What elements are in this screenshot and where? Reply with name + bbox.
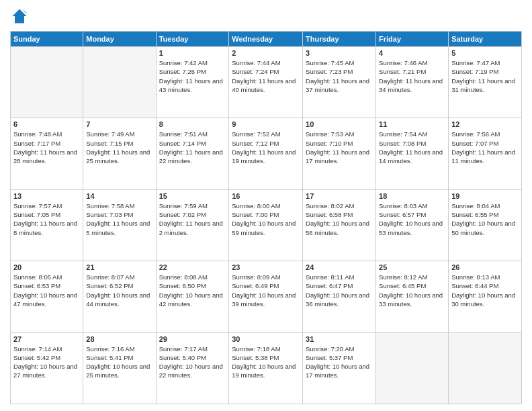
calendar-cell: 19Sunrise: 8:04 AM Sunset: 6:55 PM Dayli…	[449, 189, 522, 261]
day-info: Sunrise: 7:20 AM Sunset: 5:37 PM Dayligh…	[306, 345, 373, 380]
day-info: Sunrise: 7:48 AM Sunset: 7:17 PM Dayligh…	[13, 130, 80, 165]
calendar-cell: 10Sunrise: 7:53 AM Sunset: 7:10 PM Dayli…	[303, 118, 376, 189]
day-number: 12	[451, 120, 519, 128]
day-info: Sunrise: 7:56 AM Sunset: 7:07 PM Dayligh…	[451, 130, 519, 165]
day-info: Sunrise: 8:05 AM Sunset: 6:53 PM Dayligh…	[13, 273, 80, 308]
day-number: 31	[306, 335, 373, 343]
week-row-5: 27Sunrise: 7:14 AM Sunset: 5:42 PM Dayli…	[11, 332, 522, 404]
day-info: Sunrise: 7:51 AM Sunset: 7:14 PM Dayligh…	[159, 130, 226, 165]
day-info: Sunrise: 8:13 AM Sunset: 6:44 PM Dayligh…	[451, 273, 519, 308]
day-number: 20	[13, 263, 80, 271]
day-info: Sunrise: 7:42 AM Sunset: 7:26 PM Dayligh…	[159, 58, 226, 94]
col-header-thursday: Thursday	[303, 32, 376, 47]
day-number: 6	[13, 120, 80, 128]
day-number: 7	[86, 120, 152, 128]
day-info: Sunrise: 8:09 AM Sunset: 6:49 PM Dayligh…	[232, 273, 300, 308]
calendar-cell: 3Sunrise: 7:45 AM Sunset: 7:23 PM Daylig…	[303, 47, 376, 118]
col-header-sunday: Sunday	[11, 32, 83, 47]
day-number: 18	[379, 192, 445, 200]
calendar-cell	[449, 332, 522, 404]
day-info: Sunrise: 7:49 AM Sunset: 7:15 PM Dayligh…	[86, 130, 152, 165]
day-info: Sunrise: 7:14 AM Sunset: 5:42 PM Dayligh…	[13, 345, 80, 380]
day-number: 24	[306, 263, 373, 271]
day-number: 16	[232, 192, 300, 200]
day-info: Sunrise: 8:04 AM Sunset: 6:55 PM Dayligh…	[451, 201, 519, 237]
col-header-wednesday: Wednesday	[229, 32, 303, 47]
day-info: Sunrise: 8:02 AM Sunset: 6:58 PM Dayligh…	[306, 201, 373, 237]
week-row-3: 13Sunrise: 7:57 AM Sunset: 7:05 PM Dayli…	[11, 189, 522, 261]
logo	[10, 7, 32, 26]
calendar-cell: 18Sunrise: 8:03 AM Sunset: 6:57 PM Dayli…	[376, 189, 449, 261]
calendar-cell: 4Sunrise: 7:46 AM Sunset: 7:21 PM Daylig…	[376, 47, 449, 118]
day-number: 9	[232, 120, 300, 128]
day-info: Sunrise: 8:12 AM Sunset: 6:45 PM Dayligh…	[379, 273, 445, 308]
day-number: 5	[451, 49, 519, 57]
calendar-cell: 2Sunrise: 7:44 AM Sunset: 7:24 PM Daylig…	[229, 47, 303, 118]
col-header-friday: Friday	[376, 32, 449, 47]
calendar-cell: 22Sunrise: 8:08 AM Sunset: 6:50 PM Dayli…	[156, 261, 229, 332]
day-info: Sunrise: 7:47 AM Sunset: 7:19 PM Dayligh…	[451, 58, 519, 94]
day-info: Sunrise: 8:07 AM Sunset: 6:52 PM Dayligh…	[86, 273, 152, 308]
day-number: 21	[86, 263, 152, 271]
week-row-4: 20Sunrise: 8:05 AM Sunset: 6:53 PM Dayli…	[11, 261, 522, 332]
day-info: Sunrise: 7:58 AM Sunset: 7:03 PM Dayligh…	[86, 201, 152, 237]
logo-icon	[10, 7, 29, 26]
day-info: Sunrise: 7:46 AM Sunset: 7:21 PM Dayligh…	[379, 58, 445, 94]
calendar-cell: 14Sunrise: 7:58 AM Sunset: 7:03 PM Dayli…	[83, 189, 156, 261]
day-number: 22	[159, 263, 226, 271]
day-number: 23	[232, 263, 300, 271]
day-number: 17	[306, 192, 373, 200]
day-info: Sunrise: 7:52 AM Sunset: 7:12 PM Dayligh…	[232, 130, 300, 165]
calendar-cell: 8Sunrise: 7:51 AM Sunset: 7:14 PM Daylig…	[156, 118, 229, 189]
day-number: 3	[306, 49, 373, 57]
day-number: 15	[159, 192, 226, 200]
calendar-cell: 21Sunrise: 8:07 AM Sunset: 6:52 PM Dayli…	[83, 261, 156, 332]
calendar-cell	[11, 47, 83, 118]
day-info: Sunrise: 8:00 AM Sunset: 7:00 PM Dayligh…	[232, 201, 300, 237]
calendar-cell: 16Sunrise: 8:00 AM Sunset: 7:00 PM Dayli…	[229, 189, 303, 261]
calendar-cell: 27Sunrise: 7:14 AM Sunset: 5:42 PM Dayli…	[11, 332, 83, 404]
day-number: 8	[159, 120, 226, 128]
day-number: 28	[86, 335, 152, 343]
calendar-cell: 13Sunrise: 7:57 AM Sunset: 7:05 PM Dayli…	[11, 189, 83, 261]
calendar: SundayMondayTuesdayWednesdayThursdayFrid…	[10, 31, 522, 404]
day-info: Sunrise: 7:44 AM Sunset: 7:24 PM Dayligh…	[232, 58, 300, 94]
calendar-cell: 15Sunrise: 7:59 AM Sunset: 7:02 PM Dayli…	[156, 189, 229, 261]
day-number: 10	[306, 120, 373, 128]
calendar-cell: 24Sunrise: 8:11 AM Sunset: 6:47 PM Dayli…	[303, 261, 376, 332]
calendar-header-row: SundayMondayTuesdayWednesdayThursdayFrid…	[11, 32, 522, 47]
col-header-saturday: Saturday	[449, 32, 522, 47]
col-header-monday: Monday	[83, 32, 156, 47]
calendar-cell: 5Sunrise: 7:47 AM Sunset: 7:19 PM Daylig…	[449, 47, 522, 118]
day-info: Sunrise: 8:08 AM Sunset: 6:50 PM Dayligh…	[159, 273, 226, 308]
day-number: 26	[451, 263, 519, 271]
day-number: 25	[379, 263, 445, 271]
day-number: 29	[159, 335, 226, 343]
day-info: Sunrise: 7:53 AM Sunset: 7:10 PM Dayligh…	[306, 130, 373, 165]
day-info: Sunrise: 7:17 AM Sunset: 5:40 PM Dayligh…	[159, 345, 226, 380]
day-info: Sunrise: 7:57 AM Sunset: 7:05 PM Dayligh…	[13, 201, 80, 237]
week-row-2: 6Sunrise: 7:48 AM Sunset: 7:17 PM Daylig…	[11, 118, 522, 189]
calendar-cell: 29Sunrise: 7:17 AM Sunset: 5:40 PM Dayli…	[156, 332, 229, 404]
calendar-cell: 1Sunrise: 7:42 AM Sunset: 7:26 PM Daylig…	[156, 47, 229, 118]
day-info: Sunrise: 7:54 AM Sunset: 7:08 PM Dayligh…	[379, 130, 445, 165]
calendar-cell: 31Sunrise: 7:20 AM Sunset: 5:37 PM Dayli…	[303, 332, 376, 404]
day-number: 19	[451, 192, 519, 200]
calendar-cell: 25Sunrise: 8:12 AM Sunset: 6:45 PM Dayli…	[376, 261, 449, 332]
calendar-cell: 30Sunrise: 7:18 AM Sunset: 5:38 PM Dayli…	[229, 332, 303, 404]
calendar-cell: 17Sunrise: 8:02 AM Sunset: 6:58 PM Dayli…	[303, 189, 376, 261]
day-number: 1	[159, 49, 226, 57]
calendar-cell: 28Sunrise: 7:16 AM Sunset: 5:41 PM Dayli…	[83, 332, 156, 404]
day-info: Sunrise: 7:18 AM Sunset: 5:38 PM Dayligh…	[232, 345, 300, 380]
col-header-tuesday: Tuesday	[156, 32, 229, 47]
day-number: 11	[379, 120, 445, 128]
calendar-cell: 11Sunrise: 7:54 AM Sunset: 7:08 PM Dayli…	[376, 118, 449, 189]
calendar-cell	[376, 332, 449, 404]
week-row-1: 1Sunrise: 7:42 AM Sunset: 7:26 PM Daylig…	[11, 47, 522, 118]
calendar-cell: 26Sunrise: 8:13 AM Sunset: 6:44 PM Dayli…	[449, 261, 522, 332]
page-header	[10, 7, 522, 26]
day-number: 4	[379, 49, 445, 57]
calendar-cell	[83, 47, 156, 118]
day-number: 13	[13, 192, 80, 200]
day-number: 2	[232, 49, 300, 57]
